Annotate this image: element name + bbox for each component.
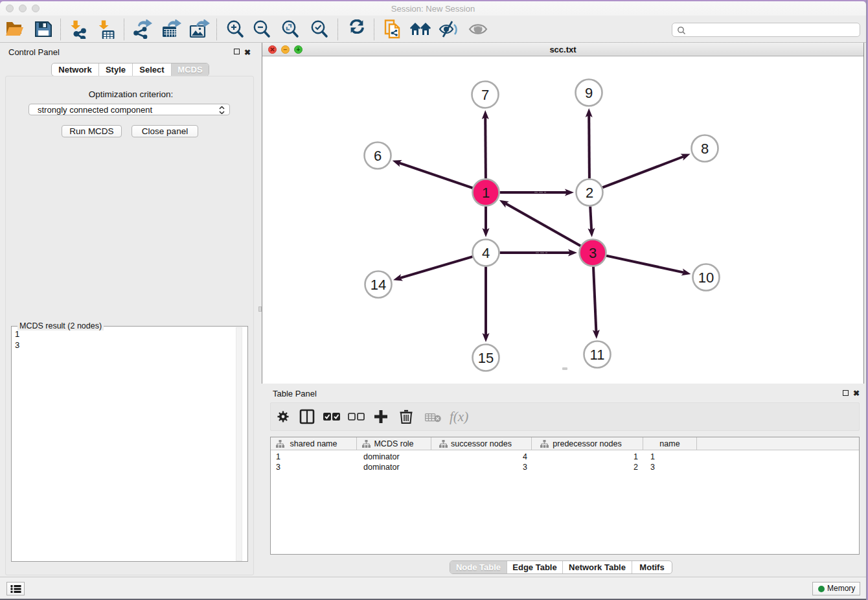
svg-text:9: 9 xyxy=(585,85,593,101)
svg-text:15: 15 xyxy=(478,350,494,366)
svg-text:4: 4 xyxy=(482,245,490,261)
svg-text:7: 7 xyxy=(481,87,489,103)
svg-text:8: 8 xyxy=(701,141,709,157)
svg-text:11: 11 xyxy=(590,347,605,363)
svg-text:3: 3 xyxy=(589,245,597,261)
svg-text:14: 14 xyxy=(371,277,386,293)
svg-text:2: 2 xyxy=(586,185,593,201)
svg-text:10: 10 xyxy=(698,270,714,286)
svg-text:6: 6 xyxy=(374,148,382,164)
svg-text:1: 1 xyxy=(482,185,490,201)
